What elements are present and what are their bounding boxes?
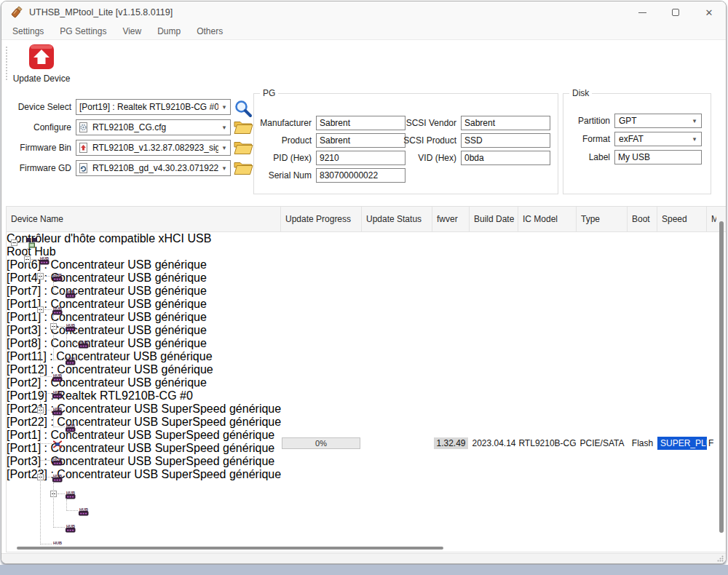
product-label: Product bbox=[254, 133, 312, 148]
chevron-down-icon: ▾ bbox=[688, 117, 701, 124]
vertical-scrollbar-thumb[interactable] bbox=[719, 221, 724, 533]
ic-model-cell: RTL9210B-CG bbox=[518, 435, 577, 452]
tree-row[interactable] bbox=[7, 368, 714, 385]
svg-text:HUB: HUB bbox=[53, 373, 62, 378]
tree-row[interactable] bbox=[7, 268, 714, 285]
chevron-down-icon: ▾ bbox=[218, 164, 230, 172]
pg-groupbox: PG ManufacturerProductPID (Hex)Serial Nu… bbox=[253, 93, 558, 194]
column-header-partial[interactable]: M bbox=[707, 207, 716, 232]
tree-row[interactable] bbox=[7, 502, 714, 519]
update-device-label: Update Device bbox=[13, 74, 71, 84]
usb-hub-icon: HUB bbox=[66, 422, 76, 432]
svg-text:HUB: HUB bbox=[53, 541, 62, 545]
column-header-type[interactable]: Type bbox=[577, 207, 628, 232]
tree-connector bbox=[53, 527, 65, 528]
tree-row[interactable] bbox=[7, 318, 714, 335]
tree-trunk-line bbox=[53, 483, 54, 528]
menu-item-others[interactable]: Others bbox=[189, 26, 231, 36]
tree-row[interactable] bbox=[7, 335, 714, 352]
partial-next-cell: F bbox=[708, 435, 714, 452]
format-label: Format bbox=[563, 132, 610, 146]
tree-row[interactable] bbox=[7, 519, 714, 536]
firmware-gd-combobox[interactable]: RTL9210B_gd_v4.30.23.071922.bin▾ bbox=[76, 160, 231, 176]
column-header-speed[interactable]: Speed bbox=[657, 207, 707, 232]
menu-item-settings[interactable]: Settings bbox=[4, 26, 52, 36]
tree-row[interactable] bbox=[7, 352, 714, 368]
column-header-build-date[interactable]: Build Date bbox=[470, 207, 518, 232]
usb-hub-icon: HUB bbox=[66, 322, 76, 332]
search-device-button[interactable] bbox=[234, 99, 254, 116]
column-header-fwver[interactable]: fwver bbox=[432, 207, 470, 232]
tree-row[interactable] bbox=[7, 469, 714, 485]
tree-trunk-line bbox=[66, 499, 67, 511]
titlebar: UTHSB_MPtool_Lite [v1.15.8.0119] ✕ bbox=[1, 1, 726, 23]
maximize-button[interactable] bbox=[659, 1, 692, 23]
tree-row[interactable] bbox=[7, 536, 714, 544]
column-header-update-progress[interactable]: Update Progress bbox=[281, 207, 362, 232]
serial-num-label: Serial Num bbox=[254, 168, 312, 183]
tree-connector bbox=[40, 544, 52, 544]
close-button[interactable]: ✕ bbox=[692, 1, 726, 23]
tree-row[interactable] bbox=[7, 452, 714, 469]
svg-text:HUB: HUB bbox=[79, 507, 88, 512]
update-device-button[interactable]: Update Device bbox=[13, 42, 70, 87]
label-input[interactable] bbox=[614, 150, 702, 164]
usb-hub-icon: HUB bbox=[66, 355, 76, 365]
svg-text:HUB: HUB bbox=[53, 474, 62, 478]
scsi-product-input[interactable] bbox=[461, 133, 550, 148]
tree-row[interactable] bbox=[7, 251, 714, 268]
format-combobox[interactable]: exFAT ▾ bbox=[614, 132, 702, 146]
usb-hub-icon: HUB bbox=[52, 372, 63, 382]
usb-controller-icon bbox=[26, 238, 37, 248]
tree-row[interactable] bbox=[7, 234, 714, 251]
column-header-update-status[interactable]: Update Status bbox=[362, 207, 432, 232]
usb-device-icon bbox=[52, 439, 63, 449]
menu-item-view[interactable]: View bbox=[114, 26, 149, 36]
browse-folder-button[interactable] bbox=[234, 119, 254, 137]
usb-hub-icon: HUB bbox=[52, 271, 63, 282]
scsi-product-label: SCSI Product bbox=[384, 133, 456, 148]
tree-expander-collapse[interactable] bbox=[11, 239, 17, 246]
configure-combobox[interactable]: RTL9210B_CG.cfg▾ bbox=[76, 119, 231, 135]
scsi-vendor-input[interactable] bbox=[461, 116, 550, 130]
device-grid: Device NameUpdate ProgressUpdate Statusf… bbox=[6, 206, 727, 552]
svg-text:HUB: HUB bbox=[66, 323, 75, 328]
menu-item-dump[interactable]: Dump bbox=[149, 26, 189, 36]
tree-connector bbox=[40, 460, 52, 461]
device-select-combobox[interactable]: [Port19] : Realtek RTL9210B-CG #0▾ bbox=[76, 99, 231, 115]
app-icon bbox=[10, 6, 23, 19]
svg-text:HUB: HUB bbox=[53, 273, 62, 277]
pid-hex--label: PID (Hex) bbox=[254, 151, 312, 165]
horizontal-scrollbar-thumb[interactable] bbox=[17, 547, 443, 550]
update-progress-bar: 0% bbox=[282, 437, 360, 449]
tree-row[interactable] bbox=[7, 402, 714, 419]
svg-text:HUB: HUB bbox=[40, 256, 49, 261]
toolbar-grip bbox=[6, 47, 7, 82]
pg-groupbox-title: PG bbox=[260, 88, 278, 98]
column-header-device-name[interactable]: Device Name bbox=[7, 207, 281, 232]
minimize-button[interactable] bbox=[625, 1, 659, 23]
tree-row[interactable] bbox=[7, 485, 714, 502]
column-header-ic-model[interactable]: IC Model bbox=[518, 207, 577, 232]
menubar: SettingsPG SettingsViewDumpOthers bbox=[1, 23, 726, 40]
tree-connector bbox=[53, 293, 65, 293]
tree-row[interactable] bbox=[7, 385, 714, 402]
column-header-boot[interactable]: Boot bbox=[628, 207, 657, 232]
svg-text:HUB: HUB bbox=[53, 306, 62, 311]
fwver-cell: 1.32.49 bbox=[432, 435, 470, 452]
vid-hex--input[interactable] bbox=[461, 151, 550, 165]
browse-folder-button[interactable] bbox=[234, 140, 254, 157]
usb-hub-icon: HUB bbox=[52, 472, 63, 483]
firmware-bin-combobox[interactable]: RTL9210B_v1.32.87.082923_signed.▾ bbox=[76, 140, 231, 156]
browse-folder-button[interactable] bbox=[234, 160, 254, 178]
gd-file-icon bbox=[78, 162, 90, 174]
menu-item-pg-settings[interactable]: PG Settings bbox=[52, 26, 114, 36]
resize-grip[interactable] bbox=[717, 555, 724, 562]
disk-groupbox: Disk Partition GPT ▾ Format exFAT ▾ Labe… bbox=[563, 93, 711, 194]
partition-combobox[interactable]: GPT ▾ bbox=[614, 114, 702, 128]
tree-row[interactable] bbox=[7, 285, 714, 301]
firmware-file-icon bbox=[78, 142, 90, 154]
serial-num-input[interactable] bbox=[316, 168, 405, 183]
tree-row[interactable] bbox=[7, 301, 714, 318]
tree-row[interactable] bbox=[7, 419, 714, 435]
